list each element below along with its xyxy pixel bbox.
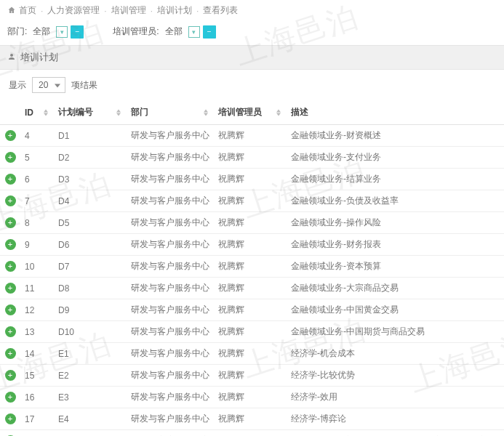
table-row: +13D10研发与客户服务中心祝腾辉金融领域业务-中国期货与商品交易 <box>0 321 504 343</box>
breadcrumb-sep: · <box>104 6 106 16</box>
cell-manager: 祝腾辉 <box>214 190 287 212</box>
cell-desc: 经济学-机会成本 <box>287 343 504 365</box>
filter-department-value: 全部 <box>30 24 53 39</box>
expand-row-button[interactable]: + <box>5 283 16 294</box>
expand-row-button[interactable]: + <box>5 304 16 315</box>
cell-desc: 金融领域业务-负债及收益率 <box>287 190 504 212</box>
cell-desc: 金融领域业务-结算业务 <box>287 169 504 190</box>
cell-id: 12 <box>20 299 54 321</box>
table-header-row: ID 计划编号 部门 培训管理员 描述 <box>0 100 504 125</box>
expand-row-button[interactable]: + <box>5 370 16 381</box>
cell-dept: 研发与客户服务中心 <box>127 365 214 387</box>
cell-id: 4 <box>20 125 54 147</box>
show-label: 显示 <box>9 79 26 92</box>
cell-plan-no: D10 <box>54 321 127 343</box>
cell-manager: 祝腾辉 <box>214 343 287 365</box>
expand-row-button[interactable]: + <box>5 261 16 272</box>
table-row: +8D5研发与客户服务中心祝腾辉金融领域业务-操作风险 <box>0 212 504 234</box>
home-icon <box>7 6 16 16</box>
cell-id: 7 <box>20 190 54 212</box>
breadcrumb-sep: · <box>41 6 43 16</box>
cell-dept: 研发与客户服务中心 <box>127 125 214 147</box>
filter-manager: 培训管理员: 全部 ▾ − <box>113 24 215 39</box>
sort-icon[interactable] <box>116 109 121 116</box>
col-plan-label: 计划编号 <box>58 107 93 117</box>
page-size-select[interactable]: 20 <box>32 77 65 93</box>
col-dept-label: 部门 <box>131 107 148 117</box>
expand-row-button[interactable]: + <box>5 152 16 163</box>
table-row: +5D2研发与客户服务中心祝腾辉金融领域业务-支付业务 <box>0 147 504 169</box>
department-clear-button[interactable]: − <box>71 25 84 39</box>
col-manager-label: 培训管理员 <box>218 107 262 117</box>
cell-manager: 祝腾辉 <box>214 408 287 430</box>
panel-title-text: 培训计划 <box>20 51 58 64</box>
expand-row-button[interactable]: + <box>5 239 16 250</box>
col-id[interactable]: ID <box>20 100 54 125</box>
cell-plan-no: E1 <box>54 343 127 365</box>
cell-plan-no: E2 <box>54 365 127 387</box>
expand-row-button[interactable]: + <box>5 392 16 403</box>
cell-id: 15 <box>20 365 54 387</box>
breadcrumb-viewlist[interactable]: 查看列表 <box>203 4 238 17</box>
cell-plan-no: D5 <box>54 212 127 234</box>
expand-row-button[interactable]: + <box>5 174 16 185</box>
manager-dropdown-icon[interactable]: ▾ <box>188 26 200 38</box>
table-row: +14E1研发与客户服务中心祝腾辉经济学-机会成本 <box>0 343 504 365</box>
col-manager[interactable]: 培训管理员 <box>214 100 287 125</box>
breadcrumb-plan[interactable]: 培训计划 <box>157 4 192 17</box>
filter-department: 部门: 全部 ▾ − <box>7 24 84 39</box>
breadcrumb-home[interactable]: 首页 <box>19 4 36 17</box>
expand-row-button[interactable]: + <box>5 195 16 206</box>
breadcrumb-sep: · <box>196 6 199 16</box>
cell-plan-no: PRC1 <box>54 430 127 437</box>
department-dropdown-icon[interactable]: ▾ <box>56 26 68 38</box>
expand-row-button[interactable]: + <box>5 130 16 141</box>
cell-manager: 祝腾辉 <box>214 321 287 343</box>
cell-plan-no: D1 <box>54 125 127 147</box>
table-row: +7D4研发与客户服务中心祝腾辉金融领域业务-负债及收益率 <box>0 190 504 212</box>
expand-row-button[interactable]: + <box>5 413 16 424</box>
cell-id: 16 <box>20 387 54 408</box>
manager-clear-button[interactable]: − <box>203 25 216 39</box>
table-row: +9D6研发与客户服务中心祝腾辉金融领域业务-财务报表 <box>0 234 504 256</box>
cell-id: 8 <box>20 212 54 234</box>
expand-row-button[interactable]: + <box>5 217 16 228</box>
cell-desc: 经济学-效用 <box>287 387 504 408</box>
cell-id: 11 <box>20 278 54 299</box>
col-expand <box>0 100 20 125</box>
results-label: 项结果 <box>71 79 97 92</box>
cell-plan-no: D4 <box>54 190 127 212</box>
sort-icon[interactable] <box>276 109 281 116</box>
col-dept[interactable]: 部门 <box>127 100 214 125</box>
breadcrumb-training[interactable]: 培训管理 <box>111 4 146 17</box>
table-row: +6D3研发与客户服务中心祝腾辉金融领域业务-结算业务 <box>0 169 504 190</box>
table-row: +10D7研发与客户服务中心祝腾辉金融领域业务-资本预算 <box>0 256 504 278</box>
table-row: +15E2研发与客户服务中心祝腾辉经济学-比较优势 <box>0 365 504 387</box>
cell-desc: 金融领域业务-财务报表 <box>287 234 504 256</box>
cell-dept: 研发与客户服务中心 <box>127 299 214 321</box>
cell-id: 9 <box>20 234 54 256</box>
cell-desc: 资金管理系统流程-资金管理系统数据库脚本修改流程 <box>287 430 504 437</box>
cell-dept: 研发与客户服务中心 <box>127 387 214 408</box>
expand-row-button[interactable]: + <box>5 326 16 337</box>
cell-id: 13 <box>20 321 54 343</box>
expand-row-button[interactable]: + <box>5 348 16 359</box>
col-desc[interactable]: 描述 <box>287 100 504 125</box>
cell-dept: 研发与客户服务中心 <box>127 234 214 256</box>
cell-manager: 祝腾辉 <box>214 299 287 321</box>
cell-dept: 研发与客户服务中心 <box>127 278 214 299</box>
filter-department-label: 部门: <box>7 25 27 38</box>
table-row: +4D1研发与客户服务中心祝腾辉金融领域业务-财资概述 <box>0 125 504 147</box>
cell-plan-no: D8 <box>54 278 127 299</box>
sort-icon[interactable] <box>204 109 208 116</box>
col-plan-no[interactable]: 计划编号 <box>54 100 127 125</box>
person-icon <box>7 52 16 63</box>
breadcrumb-sep: · <box>151 6 153 16</box>
cell-id: 6 <box>20 169 54 190</box>
col-desc-label: 描述 <box>291 107 308 117</box>
cell-manager: 祝腾辉 <box>214 278 287 299</box>
cell-id: 5 <box>20 147 54 169</box>
cell-dept: 研发与客户服务中心 <box>127 147 214 169</box>
breadcrumb-hr[interactable]: 人力资源管理 <box>47 4 100 17</box>
sort-icon[interactable] <box>44 109 48 116</box>
